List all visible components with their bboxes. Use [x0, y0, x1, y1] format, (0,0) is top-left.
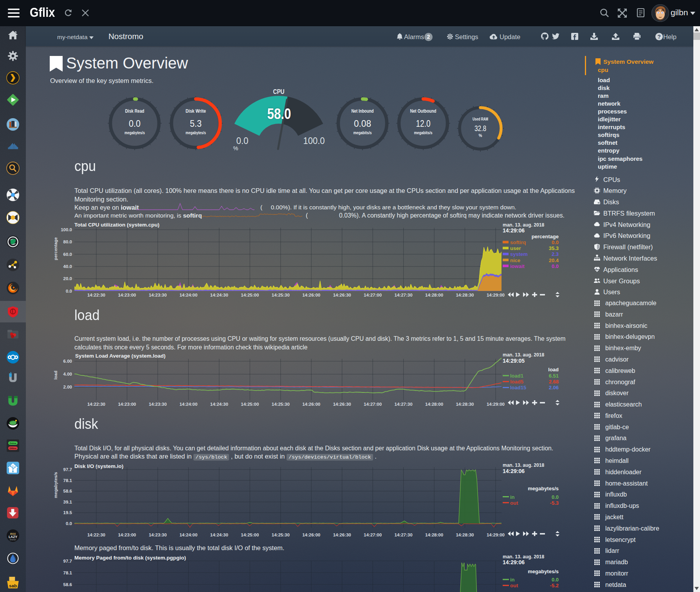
- svg-text:0.0: 0.0: [552, 577, 559, 583]
- svg-text:man. 13. aug. 2018: man. 13. aug. 2018: [503, 554, 544, 560]
- svg-text:58.6: 58.6: [63, 582, 72, 587]
- svg-text:78.1: 78.1: [63, 570, 72, 575]
- svg-text:14:29:06: 14:29:06: [503, 559, 525, 565]
- svg-text:97.7: 97.7: [63, 559, 72, 563]
- svg-text:in: in: [510, 577, 515, 583]
- svg-text:megabytes/s: megabytes/s: [528, 569, 559, 574]
- svg-text:out: out: [510, 583, 518, 588]
- svg-text:-5.2: -5.2: [550, 583, 559, 588]
- svg-text:Memory Paged from/to disk (sys: Memory Paged from/to disk (system.pgpgio…: [74, 555, 186, 561]
